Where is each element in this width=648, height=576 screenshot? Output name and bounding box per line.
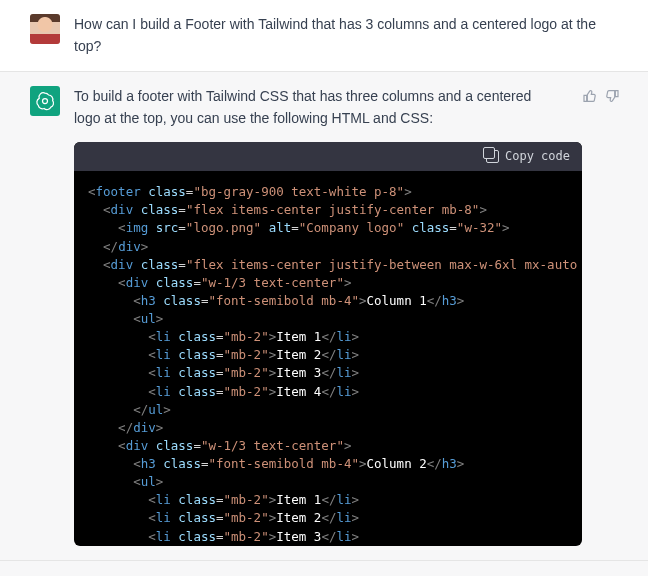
- user-message-text: How can I build a Footer with Tailwind t…: [74, 14, 618, 57]
- clipboard-icon[interactable]: [486, 150, 499, 163]
- thumbs-down-icon[interactable]: [604, 88, 620, 104]
- code-toolbar: Copy code: [74, 142, 582, 171]
- code-body: <footer class="bg-gray-900 text-white p-…: [74, 171, 582, 546]
- thumbs-up-icon[interactable]: [582, 88, 598, 104]
- assistant-content: To build a footer with Tailwind CSS that…: [74, 86, 618, 545]
- feedback-actions: [582, 88, 620, 104]
- openai-icon: [35, 91, 55, 111]
- user-message-row: How can I build a Footer with Tailwind t…: [0, 0, 648, 72]
- assistant-avatar: [30, 86, 60, 116]
- assistant-message-row: To build a footer with Tailwind CSS that…: [0, 72, 648, 560]
- code-block: Copy code <footer class="bg-gray-900 tex…: [74, 142, 582, 546]
- svg-point-0: [43, 99, 48, 104]
- assistant-intro-text: To build a footer with Tailwind CSS that…: [74, 86, 618, 129]
- user-avatar: [30, 14, 60, 44]
- copy-code-button[interactable]: Copy code: [505, 148, 570, 165]
